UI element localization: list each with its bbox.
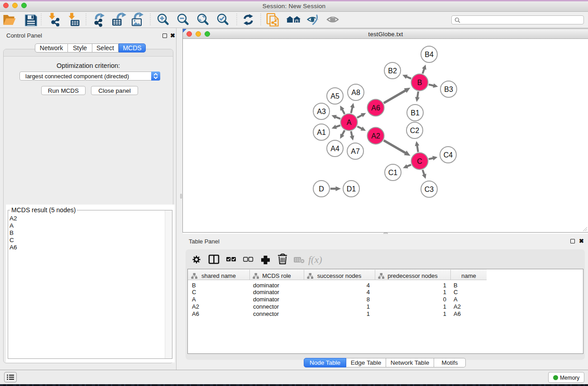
- svg-text:C1: C1: [388, 169, 398, 176]
- svg-text:B1: B1: [411, 109, 420, 117]
- svg-text:D1: D1: [347, 185, 356, 193]
- svg-text:A2: A2: [371, 132, 380, 140]
- svg-text:A3: A3: [317, 108, 326, 115]
- svg-text:D: D: [319, 185, 324, 193]
- svg-text:f(x): f(x): [308, 254, 322, 265]
- svg-text:A5: A5: [330, 92, 339, 100]
- svg-text:C2: C2: [410, 127, 420, 134]
- svg-text:A6: A6: [371, 104, 380, 112]
- svg-text:C: C: [417, 157, 422, 165]
- svg-text:A4: A4: [330, 145, 339, 152]
- svg-text:A7: A7: [351, 148, 360, 155]
- svg-text:C4: C4: [444, 151, 453, 159]
- svg-text:A: A: [347, 119, 352, 126]
- svg-text:B3: B3: [444, 86, 453, 93]
- svg-text:B2: B2: [388, 67, 397, 75]
- svg-text:A8: A8: [351, 89, 360, 96]
- svg-text:B: B: [417, 79, 422, 86]
- svg-text:A1: A1: [317, 129, 326, 136]
- svg-text:C3: C3: [425, 186, 434, 193]
- svg-text:B4: B4: [425, 51, 434, 58]
